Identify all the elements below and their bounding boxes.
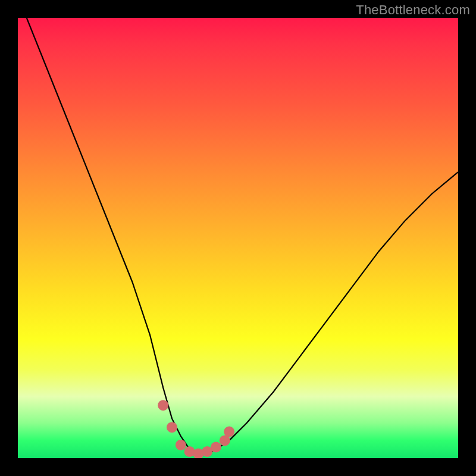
highlight-point <box>167 422 177 433</box>
highlight-point <box>224 427 234 437</box>
watermark-text: TheBottleneck.com <box>356 2 470 18</box>
bottleneck-curve <box>27 18 458 454</box>
chart-svg <box>18 18 458 458</box>
plot-area <box>18 18 458 458</box>
highlight-point <box>211 442 221 453</box>
highlight-point <box>176 440 186 450</box>
chart-frame: TheBottleneck.com <box>0 0 476 476</box>
highlight-point <box>158 400 168 411</box>
